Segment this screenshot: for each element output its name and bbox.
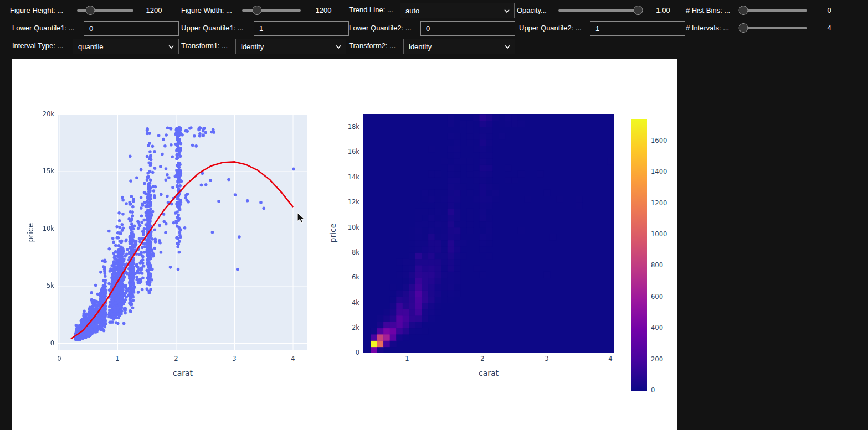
heatmap-y-axis-title: price <box>328 216 337 250</box>
figure-width-label: Figure Width: ... <box>181 3 232 18</box>
heatmap-plot-area[interactable] <box>363 114 614 353</box>
chevron-down-icon <box>504 8 510 14</box>
colorbar-tick: 1000 <box>651 231 667 238</box>
opacity-label: Opacity... <box>517 3 547 18</box>
colorbar-tick: 400 <box>651 324 663 331</box>
transform1-selected: identity <box>241 43 264 51</box>
scatter-y-tick: 10k <box>35 225 54 232</box>
heatmap-y-tick: 10k <box>341 224 359 231</box>
heatmap-x-tick: 2 <box>474 355 491 362</box>
figure-height-value: 1200 <box>140 3 168 18</box>
scatter-x-tick: 4 <box>285 355 301 362</box>
upper-quantile1-input[interactable] <box>254 21 349 36</box>
heatmap-y-tick: 8k <box>341 249 359 256</box>
slider-thumb[interactable] <box>738 23 748 33</box>
slider-track[interactable] <box>741 9 807 12</box>
heatmap-x-axis-title: carat <box>461 369 516 377</box>
chevron-down-icon <box>335 44 342 50</box>
scatter-plot-area[interactable] <box>58 114 307 350</box>
slider-thumb[interactable] <box>634 6 643 15</box>
lower-quantile1-label: Lower Quantile1: ... <box>12 21 75 35</box>
heatmap-y-tick: 18k <box>341 123 359 131</box>
interval-type-select[interactable]: quantile <box>73 39 179 54</box>
slider-track[interactable] <box>741 27 807 29</box>
figure-height-label: Figure Height: ... <box>10 3 63 18</box>
interval-type-selected: quantile <box>78 43 104 51</box>
colorbar-tick: 1600 <box>651 137 667 144</box>
intervals-slider[interactable] <box>741 21 807 35</box>
transform2-label: Transform2: ... <box>349 39 396 53</box>
hist-bins-label: # Hist Bins: ... <box>686 3 730 18</box>
colorbar-tick: 1200 <box>651 200 667 207</box>
opacity-slider[interactable] <box>558 3 641 18</box>
transform2-selected: identity <box>409 43 432 51</box>
heatmap-x-tick: 4 <box>602 355 619 362</box>
trend-line-selected: auto <box>405 7 419 15</box>
scatter-y-tick: 20k <box>35 111 54 118</box>
interval-type-label: Interval Type: ... <box>12 39 63 53</box>
colorbar-tick: 0 <box>651 387 655 394</box>
scatter-y-tick: 15k <box>35 168 54 175</box>
heatmap-x-tick: 3 <box>538 355 555 362</box>
transform1-label: Transform1: ... <box>181 39 228 53</box>
transform1-select[interactable]: identity <box>235 39 346 54</box>
scatter-y-tick: 5k <box>35 282 54 289</box>
chevron-down-icon <box>504 44 511 50</box>
colorbar-tick: 800 <box>651 262 663 269</box>
scatter-x-axis-title: carat <box>155 369 210 377</box>
figure-width-value: 1200 <box>309 3 338 18</box>
figure-width-slider[interactable] <box>242 3 301 18</box>
heatmap-y-tick: 2k <box>341 324 359 331</box>
scatter-x-tick: 1 <box>109 355 126 362</box>
lower-quantile2-input[interactable] <box>420 21 515 36</box>
mouse-cursor-icon <box>296 212 306 224</box>
chevron-down-icon <box>168 44 174 50</box>
heatmap-y-tick: 4k <box>341 299 359 307</box>
slider-thumb[interactable] <box>252 6 261 15</box>
upper-quantile2-input[interactable] <box>590 21 685 36</box>
figure-height-slider[interactable] <box>77 3 133 18</box>
lower-quantile1-input[interactable] <box>84 21 179 36</box>
scatter-y-tick: 0 <box>35 340 54 347</box>
trend-line-label: Trend Line: ... <box>349 3 393 17</box>
heatmap-y-tick: 12k <box>341 199 359 206</box>
colorbar-tick: 1400 <box>651 168 667 175</box>
scatter-x-tick: 0 <box>51 355 68 362</box>
heatmap-y-tick: 14k <box>341 174 359 181</box>
hist-bins-value: 0 <box>820 3 839 18</box>
lower-quantile2-label: Lower Quantile2: ... <box>349 21 412 35</box>
toolbar: Figure Height: ... 1200 Figure Width: ..… <box>0 0 868 57</box>
scatter-x-tick: 3 <box>226 355 243 362</box>
heatmap-y-tick: 16k <box>341 148 359 156</box>
heatmap-x-tick: 1 <box>399 355 415 362</box>
transform2-select[interactable]: identity <box>403 39 515 54</box>
upper-quantile2-label: Upper Quantile2: ... <box>519 21 582 35</box>
heatmap-y-tick: 6k <box>341 274 359 281</box>
main-panel: 20k 15k 10k 5k 0 0 1 2 3 4 carat price 1… <box>12 59 677 430</box>
slider-track[interactable] <box>558 9 641 12</box>
colorbar <box>631 119 647 391</box>
scatter-x-tick: 2 <box>168 355 184 362</box>
upper-quantile1-label: Upper Quantile1: ... <box>181 21 244 35</box>
heatmap-y-tick: 0 <box>341 349 359 356</box>
slider-track[interactable] <box>242 9 301 12</box>
intervals-value: 4 <box>820 21 839 35</box>
scatter-y-axis-title: price <box>26 216 35 249</box>
opacity-value: 1.00 <box>649 3 677 18</box>
slider-thumb[interactable] <box>738 6 748 15</box>
colorbar-tick: 200 <box>651 356 663 363</box>
intervals-label: # Intervals: ... <box>686 21 729 35</box>
slider-thumb[interactable] <box>86 6 95 15</box>
trend-line-select[interactable]: auto <box>400 3 515 18</box>
hist-bins-slider[interactable] <box>741 3 807 18</box>
colorbar-tick: 600 <box>651 293 663 301</box>
